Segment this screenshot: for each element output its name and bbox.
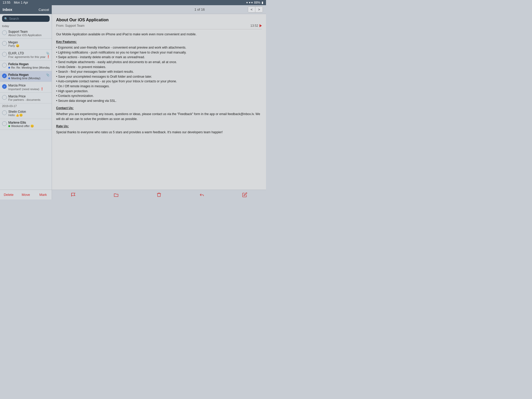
mail-checkbox[interactable] [2,121,7,126]
move-button[interactable]: Move [17,190,34,200]
reply-icon [199,192,204,197]
battery-icon: ▮ [262,1,263,4]
battery-indicator: 88% [254,1,260,4]
wifi-icon: ▾ ▾ ▾ [246,1,253,4]
mail-subject-text: Important! (need review) [8,88,39,91]
unread-dot [8,67,10,69]
mail-checkbox-checked[interactable] [2,84,7,89]
mail-checkbox[interactable] [2,63,7,68]
unread-dot [8,77,10,79]
status-time-date: 13:55 Mon 1 Apr [3,1,28,4]
content-pane: 1 of 16 < > About Our iOS Application Fr… [52,5,266,200]
search-input[interactable] [9,17,48,21]
mail-sender: ELKR, LTD [8,51,24,55]
mail-item[interactable]: Shelin Colon Hello 👍😊 [0,108,52,119]
status-date: Mon 1 Apr [14,1,28,4]
search-wrapper[interactable]: 🔍 [2,16,50,22]
feature-11: • Contacts synchronization. [56,94,262,98]
feature-5: • Undo Delete - to prevent mistakes. [56,65,262,70]
mail-sender: Shelin Colon [8,110,26,114]
contact-us-body: Whether you are experiencing any issues,… [56,112,262,121]
mail-item[interactable]: Marcia Price For partners - documents [0,93,52,103]
attachment-icon: 📎 [46,73,50,77]
compose-icon [242,192,247,197]
email-from: From: Support Team [56,24,84,28]
mail-checkbox-checked[interactable] [2,74,7,78]
date-group-2019: 2019-03-17 [0,103,52,108]
feature-1: • Ergonomic and user-friendly interface … [56,45,262,50]
sidebar-title: Inbox [3,8,12,12]
feature-6: • Search - find your messages faster wit… [56,69,262,74]
mail-content: Shelin Colon Hello 👍😊 [8,110,50,117]
feature-10: • High spam protection. [56,89,262,94]
date-group-today: today [0,23,52,28]
main-layout: Inbox Cancel 🔍 today Support Team Ab [0,5,266,200]
prev-button[interactable]: < [248,7,256,12]
feature-9: • On / Off remote images in messages. [56,84,262,89]
mail-content: Felicia Hogan Re: Re: Meeting time (Mond… [8,62,50,69]
next-button[interactable]: > [255,7,263,12]
rate-us-title: Rate Us: [56,124,262,129]
feature-2: • Lightning notifications - push notific… [56,50,262,55]
flag-icon [71,192,76,197]
mail-item[interactable]: Megan Party 😀 [0,39,52,50]
contact-us-title: Contact Us: [56,106,262,111]
feature-8: • Auto-complete contact names - as you t… [56,79,262,84]
mail-sender: Felicia Hogan [8,73,29,77]
mail-sender: Marlene Ellis [8,121,26,124]
mail-checkbox[interactable] [2,95,7,100]
mail-content: Marlene Ellis Weekend offer 😊 [8,121,50,128]
cancel-button[interactable]: Cancel [39,8,49,12]
mail-list: today Support Team About Our iOS Applica… [0,23,52,190]
compose-button[interactable] [237,192,252,197]
pager-label: 1 of 16 [151,8,248,11]
mail-content: Support Team About Our iOS Application [8,30,50,37]
email-body: Our Mobile Application available on iPho… [56,32,262,135]
email-time: 13:52 [250,24,258,28]
email-flag-arrow [260,24,262,27]
rate-us-body: Special thanks to everyone who rates us … [56,130,262,135]
trash-button[interactable] [151,192,167,197]
flag-button[interactable] [65,192,81,197]
mail-subject-text: Weekend offer 😊 [11,124,34,128]
email-from-row: From: Support Team 13:52 [56,24,262,29]
mail-checkbox[interactable] [2,30,7,35]
sidebar-header: Inbox Cancel [0,5,52,14]
delete-button[interactable]: Delete [0,190,17,200]
mail-checkbox[interactable] [2,41,7,46]
folder-icon [114,192,119,197]
mail-content: Marcia Price For partners - documents [8,95,50,101]
email-intro: Our Mobile Application available on iPho… [56,32,262,37]
mail-item[interactable]: Felicia Hogan Re: Re: Meeting time (Mond… [0,61,52,71]
search-bar-container: 🔍 [0,14,52,23]
mail-item-selected[interactable]: Felicia Hogan 📎 Meeting time (Monday) [0,71,52,82]
email-subject: About Our iOS Application [56,18,262,22]
pager-buttons: < > [248,6,263,12]
key-features-title: Key Features: [56,39,262,44]
feature-12: • Secure data storage and sending via SS… [56,98,262,103]
mail-checkbox[interactable] [2,110,7,115]
feature-3: • Swipe actions - instantly delete email… [56,55,262,60]
mail-item[interactable]: Marcia Price Important! (need review) ❗ [0,82,52,93]
unread-dot-green [8,125,10,127]
sidebar: Inbox Cancel 🔍 today Support Team Ab [0,5,52,200]
status-time: 13:55 [3,1,10,4]
mark-button[interactable]: Mark [35,190,52,200]
email-time-row: 13:52 [250,24,262,28]
mail-item[interactable]: ELKR, LTD 📎 Frw: agreements for this yea… [0,50,52,61]
status-bar: 13:55 Mon 1 Apr ▾ ▾ ▾ 88% ▮ [0,0,266,5]
mail-content: Megan Party 😀 [8,41,50,48]
mail-subject-text: About Our iOS Application [8,34,42,37]
mail-subject-text: Frw: agreements for this year [8,55,45,58]
mail-item[interactable]: Support Team About Our iOS Application [0,28,52,39]
search-icon: 🔍 [4,17,8,21]
attachment-icon: 📎 [46,52,50,55]
feature-7: • Save your uncompleted messages to Draf… [56,74,262,79]
mail-checkbox[interactable] [2,52,7,57]
mail-subject-text: Hello 👍😊 [8,114,23,117]
mail-subject-text: Re: Re: Meeting time (Monday) [11,66,50,69]
reply-button[interactable] [194,192,210,197]
folder-button[interactable] [108,192,124,197]
sidebar-bottom-toolbar: Delete Move Mark [0,190,52,200]
mail-item[interactable]: Marlene Ellis Weekend offer 😊 [0,119,52,130]
